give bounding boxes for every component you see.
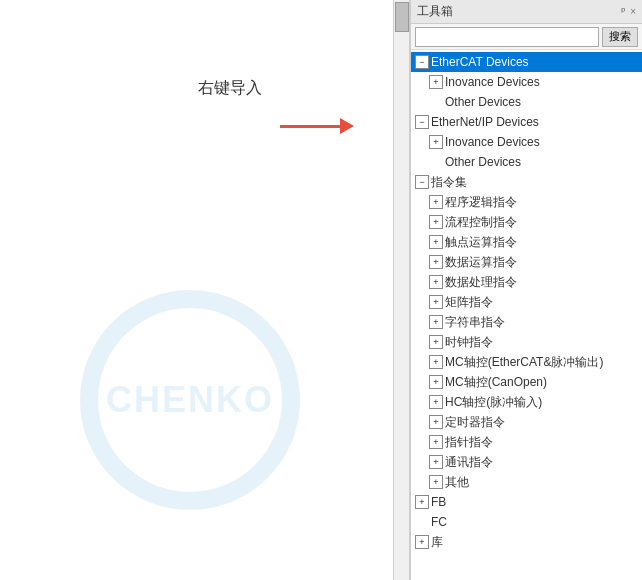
expand-icon-none [429,95,443,109]
tree-item-timer[interactable]: +定时器指令 [411,412,642,432]
item-label: FB [431,493,446,511]
arrow-line [280,125,340,128]
item-label: 指针指令 [445,433,493,451]
tree-item-matrix[interactable]: +矩阵指令 [411,292,642,312]
item-label: Inovance Devices [445,73,540,91]
expand-icon-minus[interactable]: − [415,115,429,129]
tree-container[interactable]: −EtherCAT Devices+Inovance DevicesOther … [411,50,642,580]
watermark-text: CHENKO [106,379,274,421]
tree-item-pointer[interactable]: +指针指令 [411,432,642,452]
expand-icon-plus[interactable]: + [429,355,443,369]
right-click-label: 右键导入 [198,78,262,99]
item-label: HC轴控(脉冲输入) [445,393,542,411]
tree-item-fb[interactable]: +FB [411,492,642,512]
tree-item-other_devices_1[interactable]: Other Devices [411,92,642,112]
expand-icon-minus[interactable]: − [415,175,429,189]
expand-icon-none [429,155,443,169]
toolbox-header: 工具箱 ᵖ × [411,0,642,24]
item-label: 数据运算指令 [445,253,517,271]
item-label: 流程控制指令 [445,213,517,231]
expand-icon-plus[interactable]: + [429,135,443,149]
scrollbar-thumb[interactable] [395,2,409,32]
search-button[interactable]: 搜索 [602,27,638,47]
expand-icon-plus[interactable]: + [415,495,429,509]
expand-icon-plus[interactable]: + [429,255,443,269]
item-label: 通讯指令 [445,453,493,471]
tree-item-comm[interactable]: +通讯指令 [411,452,642,472]
arrow [280,118,354,134]
tree-item-inovance_devices_2[interactable]: +Inovance Devices [411,132,642,152]
expand-icon-plus[interactable]: + [429,315,443,329]
tree-item-mc_axis_ethercat[interactable]: +MC轴控(EtherCAT&脉冲输出) [411,352,642,372]
tree-item-program_logic[interactable]: +程序逻辑指令 [411,192,642,212]
left-panel: 右键导入 CHENKO [0,0,410,580]
item-label: 字符串指令 [445,313,505,331]
toolbox-panel: 工具箱 ᵖ × 搜索 −EtherCAT Devices+Inovance De… [410,0,642,580]
expand-icon-plus[interactable]: + [429,375,443,389]
expand-icon-plus[interactable]: + [429,235,443,249]
pin-icon[interactable]: ᵖ [621,5,626,18]
expand-icon-plus[interactable]: + [429,335,443,349]
tree-item-ethernet_ip_devices[interactable]: −EtherNet/IP Devices [411,112,642,132]
tree-item-flow_control[interactable]: +流程控制指令 [411,212,642,232]
item-label: 数据处理指令 [445,273,517,291]
expand-icon-plus[interactable]: + [429,435,443,449]
toolbox-controls: ᵖ × [621,5,636,18]
expand-icon-plus[interactable]: + [415,535,429,549]
expand-icon-none [415,515,429,529]
left-scrollbar[interactable] [393,0,409,580]
item-label: 矩阵指令 [445,293,493,311]
tree-item-instruction_set[interactable]: −指令集 [411,172,642,192]
watermark: CHENKO [50,300,330,500]
search-row: 搜索 [411,24,642,50]
toolbox-title: 工具箱 [417,3,453,20]
tree-item-clock[interactable]: +时钟指令 [411,332,642,352]
item-label: MC轴控(EtherCAT&脉冲输出) [445,353,603,371]
expand-icon-plus[interactable]: + [429,475,443,489]
tree-item-other[interactable]: +其他 [411,472,642,492]
tree-item-string[interactable]: +字符串指令 [411,312,642,332]
expand-icon-plus[interactable]: + [429,395,443,409]
item-label: EtherNet/IP Devices [431,113,539,131]
item-label: 程序逻辑指令 [445,193,517,211]
expand-icon-plus[interactable]: + [429,75,443,89]
expand-icon-plus[interactable]: + [429,455,443,469]
expand-icon-plus[interactable]: + [429,415,443,429]
arrow-head [340,118,354,134]
expand-icon-plus[interactable]: + [429,195,443,209]
item-label: FC [431,513,447,531]
tree-item-data_op[interactable]: +数据运算指令 [411,252,642,272]
tree-item-mc_axis_canopen[interactable]: +MC轴控(CanOpen) [411,372,642,392]
tree-item-ethercat_devices[interactable]: −EtherCAT Devices [411,52,642,72]
tree-item-library[interactable]: +库 [411,532,642,552]
item-label: 触点运算指令 [445,233,517,251]
tree-item-hc_axis[interactable]: +HC轴控(脉冲输入) [411,392,642,412]
item-label: 定时器指令 [445,413,505,431]
expand-icon-plus[interactable]: + [429,275,443,289]
separator: × [630,6,636,17]
tree-item-inovance_devices_1[interactable]: +Inovance Devices [411,72,642,92]
expand-icon-plus[interactable]: + [429,215,443,229]
expand-icon-minus[interactable]: − [415,55,429,69]
item-label: 指令集 [431,173,467,191]
item-label: EtherCAT Devices [431,53,529,71]
expand-icon-plus[interactable]: + [429,295,443,309]
item-label: 库 [431,533,443,551]
search-input[interactable] [415,27,599,47]
item-label: Other Devices [445,153,521,171]
item-label: 时钟指令 [445,333,493,351]
tree-item-fc[interactable]: FC [411,512,642,532]
tree-item-bit_op[interactable]: +触点运算指令 [411,232,642,252]
item-label: Other Devices [445,93,521,111]
tree-item-other_devices_2[interactable]: Other Devices [411,152,642,172]
item-label: MC轴控(CanOpen) [445,373,547,391]
tree-item-data_proc[interactable]: +数据处理指令 [411,272,642,292]
item-label: 其他 [445,473,469,491]
item-label: Inovance Devices [445,133,540,151]
